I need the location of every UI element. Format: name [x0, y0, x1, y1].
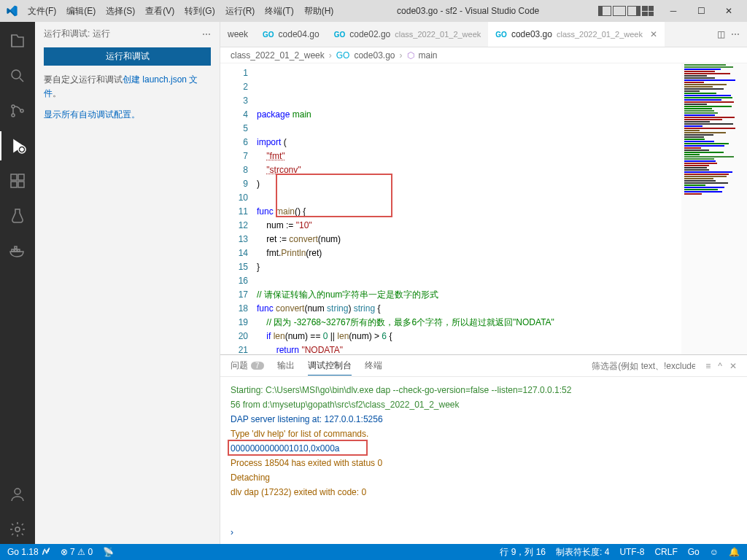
svg-point-0 — [12, 70, 20, 79]
svg-point-2 — [12, 114, 15, 117]
search-icon[interactable] — [0, 61, 35, 90]
show-all-configs-link[interactable]: 显示所有自动调试配置。 — [44, 109, 140, 120]
code-line[interactable]: } — [257, 260, 681, 274]
code-line[interactable]: "fmt" — [257, 149, 681, 163]
status-notifications-icon[interactable]: 🔔 — [729, 546, 740, 559]
code-line[interactable]: func main() { — [257, 205, 681, 219]
panel-close-icon[interactable]: ✕ — [729, 361, 737, 371]
svg-point-14 — [15, 527, 20, 532]
filter-input[interactable] — [589, 359, 698, 373]
svg-rect-6 — [11, 182, 17, 187]
menu-help[interactable]: 帮助(H) — [300, 2, 338, 20]
status-language[interactable]: Go — [688, 546, 700, 559]
filter-settings-icon[interactable]: ≡ — [705, 361, 711, 371]
sidebar-header: 运行和调试: 运行 ⋯ — [44, 28, 211, 40]
run-debug-icon[interactable] — [0, 131, 35, 160]
debug-console[interactable]: Starting: C:\Users\MSI\go\bin\dlv.exe da… — [220, 377, 747, 544]
run-debug-sidebar: 运行和调试: 运行 ⋯ 运行和调试 要自定义运行和调试创建 launch.jso… — [35, 22, 220, 544]
code-line[interactable] — [257, 191, 681, 205]
more-actions-icon[interactable]: ⋯ — [731, 29, 740, 39]
testing-icon[interactable] — [0, 201, 35, 230]
editor-area: weekGOcode04.goGOcode02.goclass_2022_01_… — [220, 22, 747, 544]
code-line[interactable]: ret := convert(num) — [257, 233, 681, 246]
code-line[interactable]: return "NODATA" — [257, 343, 681, 354]
editor-tab[interactable]: GOcode03.goclass_2022_01_2_week✕ — [488, 22, 665, 47]
breadcrumb[interactable]: class_2022_01_2_week› GOcode03.go› ⬡main — [220, 47, 747, 63]
close-button[interactable]: ✕ — [716, 6, 741, 16]
code-line[interactable] — [257, 122, 681, 136]
run-and-debug-button[interactable]: 运行和调试 — [44, 47, 211, 66]
menu-edit[interactable]: 编辑(E) — [62, 2, 100, 20]
svg-point-13 — [15, 489, 20, 494]
code-line[interactable] — [257, 274, 681, 288]
code-line[interactable]: "strconv" — [257, 163, 681, 177]
panel-filter: ≡ ^ ✕ — [589, 359, 737, 373]
more-icon[interactable]: ⋯ — [202, 29, 211, 39]
console-prompt[interactable]: › — [231, 525, 233, 540]
console-line: 56 from d:\mysetup\gopath\src\sf2\class_… — [231, 397, 737, 412]
code-line[interactable]: if len(num) == 0 || len(num) > 6 { — [257, 330, 681, 343]
docker-icon[interactable] — [0, 236, 35, 265]
panel-tabs: 问题7输出调试控制台终端 ≡ ^ ✕ — [220, 355, 747, 377]
console-line: dlv dap (17232) exited with code: 0 — [231, 485, 737, 499]
minimize-button[interactable]: ─ — [661, 6, 686, 16]
panel-tab[interactable]: 问题7 — [231, 357, 264, 375]
status-problems[interactable]: ⊗ 7 ⚠ 0 — [61, 547, 93, 557]
editor-tab[interactable]: GOcode04.go — [255, 22, 327, 47]
svg-rect-7 — [18, 182, 24, 187]
menu-run[interactable]: 运行(R) — [221, 2, 260, 20]
sidebar-hint: 要自定义运行和调试创建 launch.json 文件。 — [44, 73, 211, 101]
settings-icon[interactable] — [0, 515, 35, 544]
layout-controls[interactable] — [598, 6, 654, 16]
code-line[interactable]: ) — [257, 177, 681, 191]
panel-tab[interactable]: 终端 — [365, 357, 382, 375]
code-line[interactable]: fmt.Println(ret) — [257, 246, 681, 260]
editor-tabs: weekGOcode04.goGOcode02.goclass_2022_01_… — [220, 22, 747, 47]
maximize-button[interactable]: ☐ — [689, 6, 713, 16]
code-line[interactable]: // 因为 -32768~32767所有的数，最多6个字符，所以超过就返回"NO… — [257, 316, 681, 330]
explorer-icon[interactable] — [0, 26, 35, 55]
highlight-box-terminal — [228, 440, 368, 456]
window-controls: ─ ☐ ✕ — [661, 6, 741, 16]
console-line: Process 18504 has exited with status 0 — [231, 456, 737, 470]
extensions-icon[interactable] — [0, 166, 35, 195]
panel-tab[interactable]: 调试控制台 — [308, 357, 352, 376]
panel-tab[interactable]: 输出 — [277, 357, 295, 375]
editor-tab[interactable]: week — [220, 22, 255, 47]
code-line[interactable]: package main — [257, 108, 681, 122]
status-cursor-position[interactable]: 行 9，列 16 — [500, 546, 546, 559]
status-encoding[interactable]: UTF-8 — [619, 546, 644, 559]
status-feedback-icon[interactable]: ☺ — [710, 546, 719, 559]
source-control-icon[interactable] — [0, 96, 35, 125]
status-indentation[interactable]: 制表符长度: 4 — [556, 546, 609, 559]
code-line[interactable]: num := "10" — [257, 219, 681, 233]
menu-goto[interactable]: 转到(G) — [180, 2, 219, 20]
code-line[interactable]: func convert(num string) string { — [257, 302, 681, 316]
minimap[interactable] — [681, 63, 747, 354]
menu-view[interactable]: 查看(V) — [141, 2, 179, 20]
status-eol[interactable]: CRLF — [654, 546, 677, 559]
account-icon[interactable] — [0, 480, 35, 509]
console-line: Detaching — [231, 470, 737, 485]
title-bar: 文件(F) 编辑(E) 选择(S) 查看(V) 转到(G) 运行(R) 终端(T… — [0, 0, 747, 22]
svg-rect-5 — [11, 174, 17, 180]
status-ports-icon[interactable]: 📡 — [103, 547, 114, 557]
console-line: Type 'dlv help' for list of commands. — [231, 427, 737, 441]
svg-rect-12 — [15, 246, 17, 249]
menu-bar: 文件(F) 编辑(E) 选择(S) 查看(V) 转到(G) 运行(R) 终端(T… — [23, 2, 338, 20]
editor-tab[interactable]: GOcode02.goclass_2022_01_2_week — [327, 22, 489, 47]
panel-maximize-icon[interactable]: ^ — [718, 361, 722, 371]
code-line[interactable]: import ( — [257, 136, 681, 149]
panel: 问题7输出调试控制台终端 ≡ ^ ✕ Starting: C:\Users\MS… — [220, 354, 747, 544]
status-go-version[interactable]: Go 1.18 🗲 — [7, 547, 50, 557]
code-line[interactable]: // 请保证转输入的num字符串一定是数字的形式 — [257, 288, 681, 302]
window-title: code03.go - sf2 - Visual Studio Code — [338, 6, 598, 16]
menu-terminal[interactable]: 终端(T) — [260, 2, 298, 20]
vscode-icon — [6, 5, 18, 17]
split-editor-icon[interactable]: ◫ — [717, 29, 725, 39]
menu-select[interactable]: 选择(S) — [101, 2, 139, 20]
code-editor[interactable]: 123456789101112131415161718192021 packag… — [220, 63, 747, 354]
menu-file[interactable]: 文件(F) — [23, 2, 61, 20]
console-line: Starting: C:\Users\MSI\go\bin\dlv.exe da… — [231, 383, 737, 397]
close-tab-icon[interactable]: ✕ — [650, 29, 657, 39]
